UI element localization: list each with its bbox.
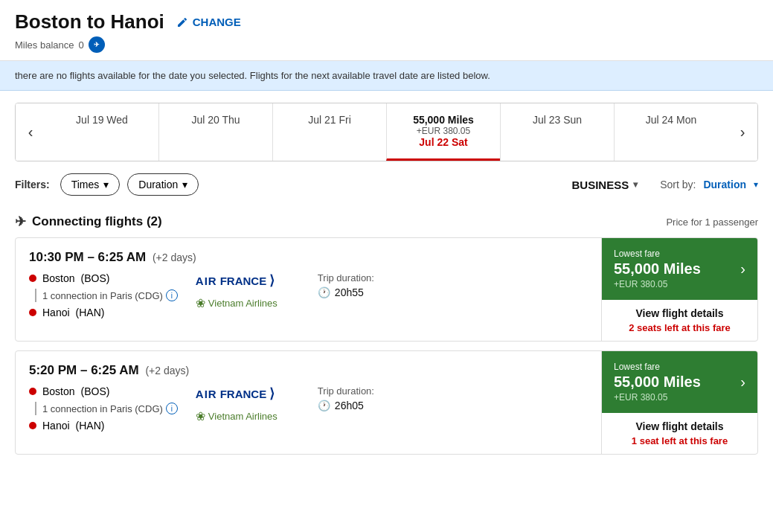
origin-stop: Boston (BOS): [29, 385, 178, 397]
destination-city: Hanoi: [42, 420, 70, 432]
chevron-down-icon: ▾: [182, 179, 187, 190]
passenger-info: Price for 1 passenger: [666, 217, 758, 228]
flights-section: ✈ Connecting flights (2) Price for 1 pas…: [0, 206, 773, 455]
destination-dot: [29, 422, 36, 429]
pencil-icon: [176, 16, 188, 28]
date-item[interactable]: Jul 24 Mon: [614, 103, 728, 161]
extra-days: (+2 days): [145, 365, 189, 376]
flight-card: 10:30 PM – 6:25 AM (+2 days) Boston (BOS…: [15, 237, 758, 342]
date-item[interactable]: Jul 21 Fri: [272, 103, 386, 161]
fare-arrow-icon: ›: [740, 374, 745, 391]
airline-logos: AIRFRANCE ⟩ ❀ Vietnam Airlines: [196, 385, 300, 423]
clock-icon: 🕐: [318, 400, 330, 411]
miles-icon: ✈: [89, 36, 105, 53]
route-stops: Boston (BOS) 1 connection in Paris (CDG)…: [29, 385, 178, 432]
fare-panel: Lowest fare 55,000 Miles +EUR 380.05 › V…: [601, 238, 757, 341]
miles-balance: Miles balance 0 ✈: [15, 36, 758, 53]
filters-label: Filters:: [15, 179, 50, 190]
fare-details: View flight details 2 seats left at this…: [602, 300, 757, 341]
destination-code: (HAN): [76, 420, 105, 432]
va-flower-icon: ❀: [196, 296, 205, 310]
origin-stop: Boston (BOS): [29, 272, 178, 284]
date-next-button[interactable]: ›: [728, 103, 757, 161]
plane-icon: ✈: [15, 214, 26, 230]
trip-duration: Trip duration: 🕐 26h05: [318, 385, 392, 411]
seats-left-badge: 1 seat left at this fare: [632, 435, 728, 446]
route-stops: Boston (BOS) 1 connection in Paris (CDG)…: [29, 272, 178, 318]
fare-lowest-label: Lowest fare: [614, 362, 701, 372]
date-label: Jul 19 Wed: [53, 114, 151, 126]
times-filter-button[interactable]: Times ▾: [60, 173, 121, 196]
header: Boston to Hanoi CHANGE Miles balance 0 ✈: [0, 0, 773, 61]
fare-panel: Lowest fare 55,000 Miles +EUR 380.05 › V…: [601, 351, 757, 454]
connection-info: 1 connection in Paris (CDG) i: [42, 403, 178, 414]
fare-miles: 55,000 Miles: [614, 260, 701, 278]
view-flight-details-link[interactable]: View flight details: [636, 420, 724, 432]
origin-dot: [29, 388, 36, 395]
origin-code: (BOS): [81, 272, 110, 284]
flight-route: Boston (BOS) 1 connection in Paris (CDG)…: [29, 272, 588, 318]
info-icon[interactable]: i: [166, 289, 178, 301]
extra-days: (+2 days): [153, 251, 196, 263]
vietnam-airlines-logo: ❀ Vietnam Airlines: [196, 296, 300, 310]
flight-route: Boston (BOS) 1 connection in Paris (CDG)…: [29, 385, 588, 432]
fare-box[interactable]: Lowest fare 55,000 Miles +EUR 380.05 ›: [602, 351, 757, 413]
origin-city: Boston: [42, 272, 75, 284]
fare-details: View flight details 1 seat left at this …: [602, 413, 757, 454]
seats-left-badge: 2 seats left at this fare: [629, 322, 731, 333]
date-item[interactable]: Jul 19 Wed: [45, 103, 158, 161]
trip-duration: Trip duration: 🕐 20h55: [318, 272, 392, 298]
fare-eur: +EUR 380.05: [614, 279, 701, 289]
airfrance-logo: AIRFRANCE ⟩: [196, 272, 300, 289]
duration-filter-button[interactable]: Duration ▾: [127, 173, 199, 196]
fare-miles: 55,000 Miles: [614, 374, 701, 391]
flight-time: 5:20 PM – 6:25 AM (+2 days): [29, 363, 588, 378]
origin-city: Boston: [42, 385, 75, 397]
date-label: Jul 24 Mon: [622, 114, 720, 126]
date-item[interactable]: Jul 20 Thu: [158, 103, 272, 161]
date-selector: ‹ Jul 19 WedJul 20 ThuJul 21 Fri55,000 M…: [0, 91, 773, 173]
origin-dot: [29, 275, 36, 282]
destination-dot: [29, 309, 36, 316]
cabin-selector[interactable]: BUSINESS ▾: [572, 179, 638, 191]
info-icon[interactable]: i: [166, 403, 178, 414]
destination-stop: Hanoi (HAN): [29, 307, 178, 318]
fare-eur: +EUR 380.05: [614, 392, 701, 403]
flight-info: 10:30 PM – 6:25 AM (+2 days) Boston (BOS…: [16, 238, 601, 341]
route-line: [35, 289, 36, 302]
airfrance-swoosh: ⟩: [269, 385, 275, 402]
notice-bar: there are no flights available for the d…: [0, 61, 773, 91]
date-eur: +EUR 380.05: [394, 126, 493, 136]
date-label: Jul 20 Thu: [167, 114, 265, 126]
date-label: Jul 22 Sat: [394, 136, 493, 148]
va-flower-icon: ❀: [196, 409, 205, 423]
origin-code: (BOS): [81, 385, 110, 397]
date-item[interactable]: Jul 23 Sun: [500, 103, 614, 161]
fare-arrow-icon: ›: [740, 260, 745, 278]
destination-city: Hanoi: [42, 307, 70, 318]
page-title: Boston to Hanoi: [15, 10, 164, 33]
destination-stop: Hanoi (HAN): [29, 420, 178, 432]
fare-lowest-label: Lowest fare: [614, 249, 701, 259]
fare-box[interactable]: Lowest fare 55,000 Miles +EUR 380.05 ›: [602, 238, 757, 300]
sort-label: Sort by:: [660, 179, 696, 190]
change-button[interactable]: CHANGE: [176, 16, 241, 28]
date-miles: 55,000 Miles: [394, 114, 493, 126]
date-item[interactable]: 55,000 Miles+EUR 380.05Jul 22 Sat: [386, 103, 500, 161]
flight-time: 10:30 PM – 6:25 AM (+2 days): [29, 250, 588, 265]
sort-value[interactable]: Duration: [703, 179, 746, 190]
date-items: Jul 19 WedJul 20 ThuJul 21 Fri55,000 Mil…: [45, 103, 728, 161]
vietnam-airlines-logo: ❀ Vietnam Airlines: [196, 409, 300, 423]
chevron-down-icon: ▾: [633, 179, 638, 190]
flight-info: 5:20 PM – 6:25 AM (+2 days) Boston (BOS)…: [16, 351, 601, 454]
date-prev-button[interactable]: ‹: [16, 103, 45, 161]
clock-icon: 🕐: [318, 286, 330, 298]
trip-duration-time: 🕐 26h05: [318, 400, 392, 411]
view-flight-details-link[interactable]: View flight details: [636, 307, 724, 319]
trip-duration-time: 🕐 20h55: [318, 286, 392, 298]
trip-duration-label: Trip duration:: [318, 272, 392, 283]
route-line: [35, 402, 36, 415]
chevron-down-icon: ▾: [103, 179, 109, 190]
change-label: CHANGE: [193, 16, 241, 28]
trip-duration-label: Trip duration:: [318, 385, 392, 397]
